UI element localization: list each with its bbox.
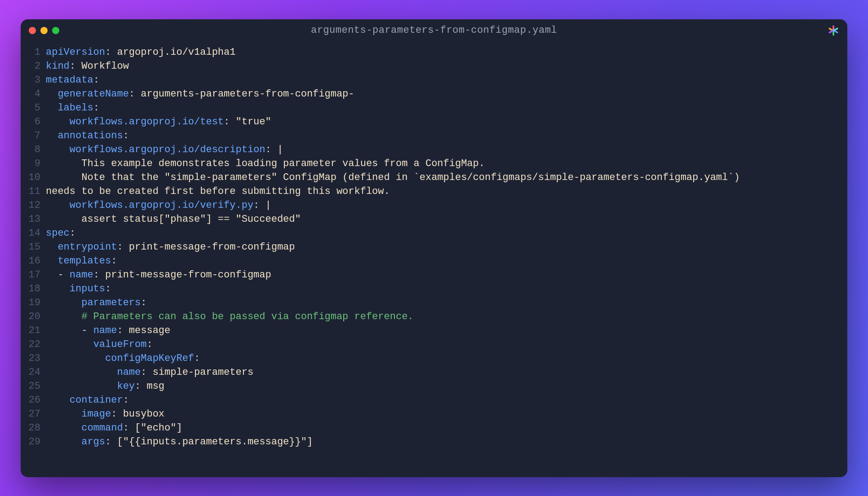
code-line: labels:: [46, 101, 838, 115]
line-number: 3: [21, 73, 40, 87]
code-line: workflows.argoproj.io/description: |: [46, 143, 838, 157]
line-number: 1: [21, 45, 40, 59]
line-number: 15: [21, 240, 40, 254]
line-number: 11: [21, 184, 40, 198]
line-gutter: 1234567891011121314151617181920212223242…: [21, 45, 46, 472]
code-line: Note that the "simple-parameters" Config…: [46, 171, 838, 184]
editor: 1234567891011121314151617181920212223242…: [21, 42, 847, 477]
code-line: apiVersion: argoproj.io/v1alpha1: [46, 45, 838, 59]
code-line: # Parameters can also be passed via conf…: [46, 310, 838, 324]
line-number: 5: [21, 101, 40, 115]
line-number: 9: [21, 157, 40, 171]
line-number: 16: [21, 254, 40, 268]
line-number: 24: [21, 365, 40, 379]
line-number: 28: [21, 421, 40, 435]
code-line: This example demonstrates loading parame…: [46, 157, 838, 171]
line-number: 27: [21, 407, 40, 421]
code-line: key: msg: [46, 379, 838, 393]
code-line: workflows.argoproj.io/test: "true": [46, 115, 838, 129]
code-line: args: ["{{inputs.parameters.message}}"]: [46, 435, 838, 449]
code-line: metadata:: [46, 73, 838, 87]
line-number: 6: [21, 115, 40, 129]
minimize-icon[interactable]: [40, 27, 48, 34]
line-number: 17: [21, 268, 40, 282]
code-line: spec:: [46, 226, 838, 240]
code-line: entrypoint: print-message-from-configmap: [46, 240, 838, 254]
code-line: assert status["phase"] == "Succeeded": [46, 212, 838, 226]
line-number: 26: [21, 393, 40, 407]
line-number: 8: [21, 143, 40, 157]
code-line: name: simple-parameters: [46, 365, 838, 379]
code-line: image: busybox: [46, 407, 838, 421]
code-line: inputs:: [46, 282, 838, 296]
code-line: workflows.argoproj.io/verify.py: |: [46, 198, 838, 212]
line-number: 2: [21, 59, 40, 73]
code-line: container:: [46, 393, 838, 407]
code-line: command: ["echo"]: [46, 421, 838, 435]
code-line: - name: message: [46, 324, 838, 338]
line-number: 19: [21, 296, 40, 310]
line-number: 14: [21, 226, 40, 240]
spark-icon: [828, 25, 839, 36]
line-number: 22: [21, 338, 40, 351]
line-number: 10: [21, 171, 40, 184]
code-line: - name: print-message-from-configmap: [46, 268, 838, 282]
line-number: 7: [21, 129, 40, 143]
line-number: 21: [21, 324, 40, 338]
code-line: kind: Workflow: [46, 59, 838, 73]
code-line: templates:: [46, 254, 838, 268]
code-line: annotations:: [46, 129, 838, 143]
line-number: 25: [21, 379, 40, 393]
code-line: valueFrom:: [46, 338, 838, 351]
code-line: configMapKeyRef:: [46, 351, 838, 365]
code-area: apiVersion: argoproj.io/v1alpha1kind: Wo…: [46, 45, 847, 472]
line-number: 13: [21, 212, 40, 226]
code-line: needs to be created first before submitt…: [46, 184, 838, 198]
line-number: 29: [21, 435, 40, 449]
line-number: 4: [21, 87, 40, 101]
line-number: 12: [21, 198, 40, 212]
code-line: parameters:: [46, 296, 838, 310]
code-line: generateName: arguments-parameters-from-…: [46, 87, 838, 101]
titlebar: arguments-parameters-from-configmap.yaml: [21, 19, 847, 42]
zoom-icon[interactable]: [52, 27, 59, 34]
close-icon[interactable]: [29, 27, 36, 34]
line-number: 18: [21, 282, 40, 296]
line-number: 20: [21, 310, 40, 324]
window-title: arguments-parameters-from-configmap.yaml: [21, 25, 847, 36]
line-number: 23: [21, 351, 40, 365]
traffic-lights: [29, 27, 59, 34]
code-window: arguments-parameters-from-configmap.yaml…: [21, 19, 847, 477]
